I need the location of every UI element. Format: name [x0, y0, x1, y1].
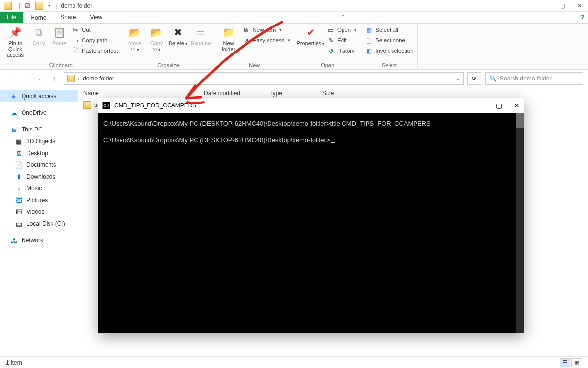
quick-access-toolbar: | ☑ ▾ | [2, 2, 59, 10]
address-bar[interactable]: › demo-folder ⌄ [64, 72, 464, 85]
cmd-scroll-thumb[interactable] [516, 113, 524, 128]
sidebar-music[interactable]: ♪Music [0, 183, 78, 194]
cmd-titlebar[interactable]: C:\ CMD_TIPS_FOR_CCAMPERS — ▢ ✕ [98, 98, 524, 113]
item-label: Documents [26, 161, 56, 168]
sidebar-downloads[interactable]: ⬇Downloads [0, 171, 78, 183]
window-controls: — ▢ ✕ [542, 2, 586, 9]
search-placeholder: Search demo-folder [500, 75, 551, 82]
recent-dropdown[interactable]: ⌄ [34, 76, 45, 81]
disk-icon: 🖴 [15, 220, 23, 228]
cmd-minimize-button[interactable]: — [477, 102, 484, 109]
copy-button[interactable]: ⧉ Copy [29, 25, 48, 47]
pin-quick-access-button[interactable]: 📌 Pin to Quick access [3, 25, 27, 59]
refresh-button[interactable]: ⟳ [467, 72, 481, 85]
edit-label: Edit [337, 37, 347, 43]
rename-icon: ▭ [194, 26, 208, 39]
delete-label: Delete [169, 40, 184, 46]
easy-access-button[interactable]: ↗Easy access▾ [242, 36, 292, 45]
move-to-button[interactable]: 📂Move to▾ [125, 25, 145, 53]
quick-label: Quick access [22, 93, 56, 100]
tab-share[interactable]: Share [53, 12, 83, 23]
minimize-button[interactable]: — [542, 2, 548, 9]
group-label: Select [364, 62, 414, 69]
sidebar-network[interactable]: 🖧Network [0, 235, 78, 246]
open-button[interactable]: ▭Open▾ [326, 26, 358, 34]
group-label: Open [297, 62, 358, 69]
group-label: New [218, 62, 292, 69]
cursor [331, 142, 335, 143]
network-label: Network [22, 237, 43, 244]
cmd-scrollbar[interactable] [516, 113, 524, 333]
item-label: Downloads [26, 173, 55, 180]
moveto-icon: 📂 [128, 26, 142, 39]
new-item-button[interactable]: 🗎New item▾ [242, 26, 292, 34]
easyaccess-icon: ↗ [243, 36, 250, 44]
icons-view-button[interactable]: ▦ [571, 358, 582, 367]
properties-button[interactable]: ✔Properties▾ [297, 25, 324, 48]
edit-icon: ✎ [327, 36, 335, 44]
item-count: 1 item [6, 359, 22, 366]
details-view-button[interactable]: ☰ [560, 358, 570, 367]
sidebar-this-pc[interactable]: 🖥This PC [0, 124, 78, 135]
copypath-label: Copy path [82, 37, 107, 43]
newitem-icon: 🗎 [243, 26, 250, 34]
edit-button[interactable]: ✎Edit [326, 36, 358, 45]
tab-file[interactable]: File [0, 12, 23, 23]
cmd-command: title CMD_TIPS_FOR_CCAMPERS [330, 120, 431, 127]
col-type[interactable]: Type [265, 90, 318, 97]
window-title: demo-folder [61, 2, 92, 9]
cmd-close-button[interactable]: ✕ [514, 102, 520, 109]
copy-icon: ⧉ [32, 26, 46, 39]
back-button[interactable]: ← [5, 75, 16, 82]
copy-path-button[interactable]: ▭Copy path [71, 36, 119, 45]
cmd-maximize-button[interactable]: ▢ [496, 102, 502, 109]
cut-button[interactable]: ✂Cut [71, 26, 119, 34]
network-icon: 🖧 [10, 237, 18, 244]
col-date[interactable]: Date modified [199, 90, 265, 97]
copy-to-button[interactable]: 📂Copy to▾ [147, 25, 167, 53]
paste-shortcut-button[interactable]: 📄Paste shortcut [71, 46, 119, 55]
sidebar-onedrive[interactable]: ☁OneDrive [0, 107, 78, 119]
copy-label: Copy [32, 40, 45, 46]
moveto-label: Move to [128, 40, 142, 52]
checkbox-icon[interactable]: ☑ [25, 2, 30, 9]
navigation-bar: ← → ⌄ ↑ › demo-folder ⌄ ⟳ 🔍 Search demo-… [0, 70, 588, 87]
qat-dropdown-icon[interactable]: ▾ [48, 3, 50, 8]
sidebar-documents[interactable]: 📄Documents [0, 159, 78, 171]
tab-view[interactable]: View [83, 12, 109, 23]
select-all-button[interactable]: ▦Select all [364, 26, 414, 34]
ribbon-collapse-icon[interactable]: ⌃ [337, 12, 349, 23]
sidebar-pictures[interactable]: 🖼Pictures [0, 194, 78, 206]
pasteshort-label: Paste shortcut [82, 48, 118, 53]
history-button[interactable]: ↺History [326, 46, 358, 55]
paste-icon: 📋 [52, 26, 66, 39]
breadcrumb[interactable]: demo-folder [83, 75, 114, 82]
sidebar-local-disk[interactable]: 🖴Local Disk (C:) [0, 218, 78, 230]
sidebar-videos[interactable]: 🎞Videos [0, 206, 78, 218]
paste-button[interactable]: 📋 Paste [50, 25, 69, 47]
help-icon[interactable]: ? [577, 12, 588, 23]
tab-home[interactable]: Home [23, 12, 53, 23]
search-input[interactable]: 🔍 Search demo-folder [485, 72, 583, 85]
col-size[interactable]: Size [318, 90, 357, 97]
close-button[interactable]: ✕ [577, 2, 582, 9]
group-organize: 📂Move to▾ 📂Copy to▾ ✖Delete▾ ▭Rename Org… [122, 24, 215, 69]
cmd-output[interactable]: C:\Users\Ksound\Dropbox\My PC (DESKTOP-6… [98, 113, 524, 333]
newitem-label: New item [253, 27, 276, 33]
new-folder-button[interactable]: 📁New folder [218, 25, 240, 53]
forward-button[interactable]: → [20, 75, 30, 82]
newfolder-label: New folder [219, 40, 239, 52]
sidebar-desktop[interactable]: 🖥Desktop [0, 147, 78, 159]
invert-selection-button[interactable]: ◧Invert selection [364, 46, 414, 55]
documents-icon: 📄 [15, 161, 23, 169]
up-button[interactable]: ↑ [49, 75, 60, 82]
thispc-label: This PC [22, 126, 43, 133]
maximize-button[interactable]: ▢ [560, 2, 565, 9]
col-name[interactable]: Name ⌃ [78, 90, 199, 97]
rename-button[interactable]: ▭Rename [190, 25, 212, 47]
sidebar-quick-access[interactable]: ★Quick access [0, 90, 78, 102]
address-dropdown-icon[interactable]: ⌄ [455, 75, 460, 82]
select-none-button[interactable]: ▢Select none [364, 36, 414, 45]
delete-button[interactable]: ✖Delete▾ [169, 25, 188, 48]
sidebar-3d-objects[interactable]: ▦3D Objects [0, 135, 78, 147]
